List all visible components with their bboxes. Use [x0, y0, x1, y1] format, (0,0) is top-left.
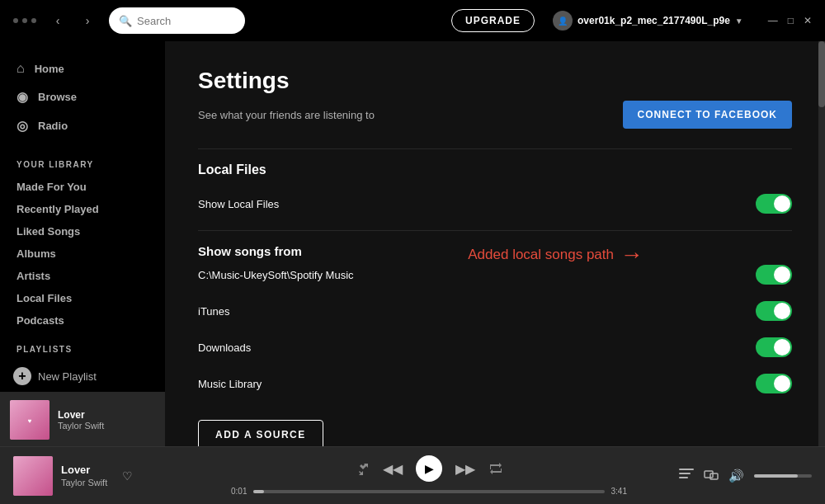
- current-time: 0:01: [231, 487, 247, 496]
- player-artist-name: Taylor Swift: [61, 478, 107, 488]
- plus-icon: +: [13, 367, 31, 385]
- player-track-name: Lover: [61, 464, 107, 476]
- scrollbar-thumb[interactable]: [818, 41, 825, 107]
- browse-icon: ◉: [16, 89, 28, 105]
- divider: [198, 148, 792, 149]
- scrollbar-track[interactable]: [818, 41, 825, 446]
- svg-rect-4: [679, 473, 691, 474]
- volume-bar[interactable]: [754, 474, 812, 478]
- player-right: 🔊: [663, 467, 812, 484]
- source-toggle-1[interactable]: [756, 301, 792, 321]
- play-pause-button[interactable]: ▶: [416, 455, 442, 482]
- connect-facebook-button[interactable]: CONNECT TO FACEBOOK: [623, 101, 792, 129]
- previous-button[interactable]: ◀◀: [383, 461, 403, 477]
- player-album-art: [13, 456, 53, 496]
- source-toggle-0[interactable]: [756, 265, 792, 285]
- sidebar-item-liked-songs[interactable]: Liked Songs: [0, 220, 165, 243]
- next-button[interactable]: ▶▶: [455, 461, 475, 477]
- devices-button[interactable]: [704, 467, 719, 484]
- username: over01k_p2_mec_2177490L_p9e: [578, 15, 730, 26]
- source-label-1: iTunes: [198, 305, 230, 318]
- sidebar-item-artists[interactable]: Artists: [0, 265, 165, 287]
- player-bar: Lover Taylor Swift ♡ ◀◀ ▶ ▶▶ 0:01: [0, 446, 825, 504]
- show-local-files-toggle[interactable]: [756, 194, 792, 214]
- progress-bar-fill: [253, 490, 264, 493]
- sidebar-item-browse[interactable]: ◉ Browse: [7, 82, 158, 111]
- topbar: ‹ › 🔍 UPGRADE 👤 over01k_p2_mec_2177490L_…: [0, 0, 825, 41]
- svg-rect-7: [710, 473, 718, 479]
- minimize-button[interactable]: —: [768, 15, 778, 26]
- radio-icon: ◎: [16, 118, 28, 134]
- page-title: Settings: [198, 68, 792, 94]
- maximize-button[interactable]: □: [788, 15, 794, 26]
- sidebar-item-albums[interactable]: Albums: [0, 243, 165, 265]
- search-input[interactable]: [137, 15, 235, 27]
- player-controls: ◀◀ ▶ ▶▶ 0:01 3:41: [205, 455, 653, 496]
- shuffle-button[interactable]: [355, 461, 370, 476]
- like-button[interactable]: ♡: [122, 469, 133, 483]
- album-info: Lover Taylor Swift: [58, 409, 104, 431]
- new-playlist-label: New Playlist: [38, 370, 97, 383]
- chevron-down-icon: ▼: [735, 16, 743, 26]
- source-row-2: Downloads: [198, 337, 792, 357]
- album-artist: Taylor Swift: [58, 421, 104, 431]
- queue-button[interactable]: [679, 469, 694, 483]
- sidebar-item-made-for-you[interactable]: Made For You: [0, 176, 165, 198]
- facebook-row: See what your friends are listening to C…: [198, 101, 792, 129]
- annotation: Added local songs path ←: [468, 242, 644, 268]
- back-button[interactable]: ‹: [46, 9, 69, 32]
- player-track-text: Lover Taylor Swift: [61, 464, 107, 488]
- svg-text:♥: ♥: [28, 417, 32, 425]
- sidebar-item-podcasts[interactable]: Podcasts: [0, 309, 165, 332]
- progress-row: 0:01 3:41: [231, 487, 627, 496]
- total-time: 3:41: [611, 487, 627, 496]
- show-local-files-row: Show Local Files: [198, 194, 792, 214]
- sidebar: ⌂ Home ◉ Browse ◎ Radio YOUR LIBRARY Mad…: [0, 41, 165, 446]
- window-controls: — □ ✕: [768, 15, 812, 26]
- repeat-button[interactable]: [488, 461, 503, 476]
- sidebar-item-label: Browse: [38, 91, 77, 103]
- sidebar-item-label: Home: [35, 63, 64, 75]
- show-local-files-label: Show Local Files: [198, 198, 279, 210]
- sidebar-item-recently-played[interactable]: Recently Played: [0, 198, 165, 220]
- divider2: [198, 230, 792, 231]
- sidebar-nav: ⌂ Home ◉ Browse ◎ Radio: [0, 41, 165, 147]
- main-layout: ⌂ Home ◉ Browse ◎ Radio YOUR LIBRARY Mad…: [0, 41, 825, 446]
- volume-button[interactable]: 🔊: [728, 469, 744, 483]
- sidebar-item-label: Radio: [38, 120, 68, 132]
- source-toggle-3[interactable]: [756, 374, 792, 393]
- user-menu[interactable]: 👤 over01k_p2_mec_2177490L_p9e ▼: [544, 7, 752, 34]
- sidebar-item-radio[interactable]: ◎ Radio: [7, 111, 158, 140]
- forward-button[interactable]: ›: [76, 9, 99, 32]
- add-source-button[interactable]: ADD A SOURCE: [198, 420, 323, 446]
- window-dots: [13, 18, 36, 23]
- upgrade-button[interactable]: UPGRADE: [451, 9, 535, 32]
- arrow-icon: ←: [620, 242, 644, 268]
- sidebar-album[interactable]: ♥ Lover Taylor Swift: [0, 392, 165, 446]
- sidebar-item-home[interactable]: ⌂ Home: [7, 54, 158, 82]
- svg-rect-2: [13, 456, 53, 496]
- volume-bar-fill: [754, 474, 798, 478]
- player-track-info: Lover Taylor Swift ♡: [13, 456, 195, 496]
- nav-arrows: ‹ ›: [46, 9, 99, 32]
- player-buttons: ◀◀ ▶ ▶▶: [355, 455, 503, 482]
- library-section-label: YOUR LIBRARY: [0, 147, 165, 176]
- svg-rect-6: [705, 471, 713, 478]
- close-button[interactable]: ✕: [804, 15, 812, 26]
- album-title: Lover: [58, 409, 104, 421]
- facebook-description: See what your friends are listening to: [198, 109, 375, 121]
- search-icon: 🔍: [119, 15, 132, 27]
- search-bar[interactable]: 🔍: [109, 7, 245, 34]
- new-playlist-item[interactable]: + New Playlist: [0, 360, 165, 392]
- svg-rect-5: [679, 477, 688, 478]
- source-label-3: Music Library: [198, 378, 262, 390]
- sidebar-item-local-files[interactable]: Local Files: [0, 287, 165, 309]
- svg-rect-3: [679, 469, 694, 470]
- playlists-section-label: PLAYLISTS: [0, 332, 165, 360]
- annotation-text: Added local songs path: [468, 247, 614, 263]
- source-toggle-2[interactable]: [756, 337, 792, 357]
- avatar: 👤: [553, 11, 573, 31]
- source-row-1: iTunes: [198, 301, 792, 321]
- local-files-section-title: Local Files: [198, 163, 792, 177]
- progress-bar[interactable]: [253, 490, 604, 493]
